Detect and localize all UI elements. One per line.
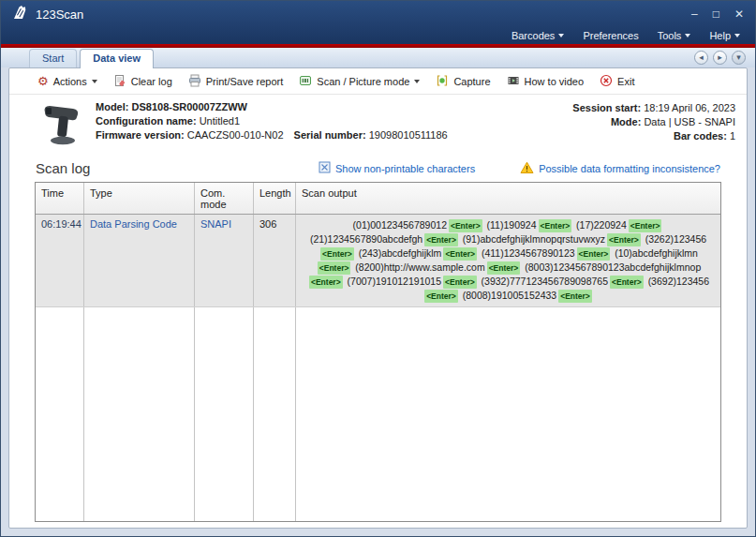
empty-cell <box>296 307 720 521</box>
nonprintable-icon <box>319 161 331 175</box>
config-value: Untitled1 <box>200 115 240 127</box>
clear-log-button[interactable]: Clear log <box>113 74 172 89</box>
capture-button[interactable]: Capture <box>436 74 490 89</box>
back-button[interactable]: ◂ <box>694 51 708 65</box>
show-nonprintable-label: Show non-printable characters <box>335 163 475 174</box>
scan-log-table: Time Type Com. mode Length Scan output 0… <box>35 182 721 522</box>
enter-tag: <Enter> <box>318 261 351 275</box>
menu-barcodes[interactable]: Barcodes <box>511 30 564 41</box>
device-details: Model: DS8108-SR00007ZZWW Configuration … <box>96 100 448 151</box>
serial-value: 19098010511186 <box>369 129 448 141</box>
tab-label: Data view <box>93 52 141 64</box>
scan-output-segment: (243)abcdefghijklm <box>359 247 442 259</box>
window-controls: – □ ✕ <box>691 8 748 20</box>
scan-output-segment: (3932)777123456789098765 <box>482 276 608 287</box>
forward-button[interactable]: ▸ <box>713 51 727 65</box>
table-row[interactable]: 06:19:44 Data Parsing Code SNAPI 306 (01… <box>36 215 720 307</box>
tab-label: Start <box>42 52 64 64</box>
menu-tools[interactable]: Tools <box>658 30 691 41</box>
close-button[interactable]: ✕ <box>734 8 744 20</box>
scanner-image <box>36 100 86 151</box>
tab-nav-buttons: ◂ ▸ ▾ <box>694 51 746 65</box>
serial-label: Serial number: <box>294 129 366 141</box>
session-start-label: Session start: <box>572 102 641 113</box>
gear-icon: ⚙ <box>37 75 49 87</box>
chevron-down-icon <box>734 34 740 37</box>
scan-output-segment: (17)220924 <box>576 219 627 231</box>
tab-start[interactable]: Start <box>29 49 77 67</box>
printer-icon <box>188 74 201 89</box>
model-value: DS8108-SR00007ZZWW <box>132 101 248 112</box>
exit-button[interactable]: Exit <box>600 74 634 89</box>
cell-type: Data Parsing Code <box>84 215 195 306</box>
scan-picture-mode-label: Scan / Picture mode <box>317 76 409 87</box>
scan-output-segment: (7007)191012191015 <box>348 276 441 287</box>
toolbar: ⚙ Actions Clear log <box>9 68 747 95</box>
zebra-logo <box>10 3 29 25</box>
tab-strip: Start Data view ◂ ▸ ▾ <box>1 48 755 67</box>
video-icon <box>507 74 520 89</box>
table-empty-area <box>36 307 720 521</box>
capture-label: Capture <box>453 76 490 87</box>
enter-tag: <Enter> <box>424 290 458 303</box>
scan-output-segment: (01)00123456789012 <box>353 219 447 231</box>
column-header-type[interactable]: Type <box>84 183 195 214</box>
column-header-time[interactable]: Time <box>36 183 84 214</box>
enter-tag: <Enter> <box>629 219 662 232</box>
scan-output-segment: (8008)191005152433 <box>463 290 556 301</box>
empty-cell <box>84 307 195 521</box>
how-to-video-button[interactable]: How to video <box>507 74 585 89</box>
menu-label: Help <box>709 30 731 41</box>
chevron-down-icon <box>414 80 420 83</box>
mode-label: Mode: <box>611 116 641 127</box>
exit-label: Exit <box>617 76 634 87</box>
scan-output-segment: (3262)123456 <box>645 233 706 245</box>
barcodes-value: 1 <box>730 130 735 142</box>
barcode-scan-icon <box>299 74 312 89</box>
session-info: Session start: 18:19 April 06, 2023 Mode… <box>572 101 735 143</box>
maximize-button[interactable]: □ <box>713 8 719 20</box>
minimize-button[interactable]: – <box>691 8 698 20</box>
actions-button[interactable]: ⚙ Actions <box>37 75 97 87</box>
scan-output-segment: (8003)1234567890123abcdefghijklmnop <box>525 261 701 273</box>
data-format-warning-link[interactable]: Possible data formatting inconsistence? <box>520 161 720 176</box>
chevron-down-icon <box>558 34 564 37</box>
scan-output-segment: (11)190924 <box>487 219 537 231</box>
chevron-down-icon <box>685 34 690 37</box>
enter-tag: <Enter> <box>539 219 572 232</box>
empty-cell <box>195 307 254 521</box>
column-header-com-mode[interactable]: Com. mode <box>195 183 254 214</box>
column-header-length[interactable]: Length <box>254 183 296 214</box>
cell-scan-output: (01)00123456789012<Enter> (11)190924<Ent… <box>296 215 720 306</box>
firmware-label: Firmware version: <box>96 129 185 141</box>
scan-output-segment: (8200)http://www.sample.com <box>355 261 484 273</box>
enter-tag: <Enter> <box>487 261 521 275</box>
how-to-video-label: How to video <box>525 76 585 87</box>
menu-help[interactable]: Help <box>709 30 740 41</box>
enter-tag: <Enter> <box>577 247 611 261</box>
data-format-warning-label: Possible data formatting inconsistence? <box>539 163 720 174</box>
enter-tag: <Enter> <box>320 247 354 261</box>
scan-output-segment: (3692)123456 <box>648 276 709 287</box>
tab-data-view[interactable]: Data view <box>80 49 154 68</box>
menu-label: Barcodes <box>511 30 555 41</box>
collapse-button[interactable]: ▾ <box>732 51 746 65</box>
enter-tag: <Enter> <box>610 276 644 289</box>
print-save-report-button[interactable]: Print/Save report <box>188 74 284 89</box>
menu-preferences[interactable]: Preferences <box>583 30 638 41</box>
column-header-scan-output[interactable]: Scan output <box>296 183 720 214</box>
enter-tag: <Enter> <box>309 276 343 289</box>
cell-time: 06:19:44 <box>36 215 84 306</box>
device-info-section: Model: DS8108-SR00007ZZWW Configuration … <box>9 95 747 155</box>
menu-label: Tools <box>658 30 682 41</box>
scan-output-segment: (21)1234567890abcdefgh <box>310 233 422 245</box>
show-nonprintable-link[interactable]: Show non-printable characters <box>319 161 475 175</box>
enter-tag: <Enter> <box>443 276 477 289</box>
scan-log-title: Scan log <box>36 160 90 176</box>
scan-output-segment: (411)1234567890123 <box>482 247 575 259</box>
scan-picture-mode-button[interactable]: Scan / Picture mode <box>299 74 420 89</box>
top-chrome: 123Scan – □ ✕ Barcodes Preferences Tools… <box>1 1 755 44</box>
session-start-value: 18:19 April 06, 2023 <box>644 102 735 113</box>
enter-tag: <Enter> <box>607 233 641 246</box>
chevron-down-icon <box>92 80 97 83</box>
